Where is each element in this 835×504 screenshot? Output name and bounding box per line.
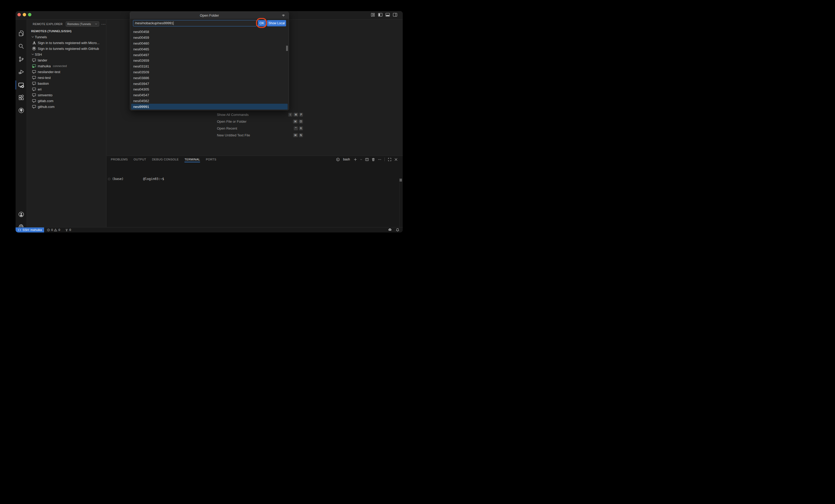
remote-tree: Tunnels Sign in to tunnels registered wi… [27,34,106,109]
tree-item-gitlab[interactable]: gitlab.com [27,98,106,104]
extensions-icon[interactable] [16,92,27,103]
n-key: N [299,133,303,137]
folder-list-item[interactable]: nesi00460 [130,41,289,46]
annotation-circle [256,18,267,28]
folder-list-item[interactable]: nesi00459 [130,35,289,41]
warning-icon [54,228,57,232]
tree-group-ssh[interactable]: SSH [27,52,106,57]
remote-icon [18,228,21,232]
panel-tabs: PROBLEMS OUTPUT DEBUG CONSOLE TERMINAL P… [111,156,217,163]
eye-icon[interactable] [281,13,286,17]
azure-icon [32,41,36,45]
sidebar-header: REMOTE EXPLORER Remotes (Tunnels ··· [27,21,106,27]
tree-item-lander[interactable]: lander [27,57,106,63]
folder-list-item[interactable]: nesi03181 [130,64,289,69]
notifications-bell-icon[interactable] [395,228,400,232]
folder-list-item[interactable]: nesi00497 [130,52,289,58]
keyboard-shortcuts-watermark: Show All Commands ⇧⌘P Open File or Folde… [217,113,303,140]
run-and-debug-icon[interactable] [16,66,27,77]
copilot-icon[interactable] [388,228,392,232]
status-bar: SSH: mahuika 0 0 0 [16,227,403,233]
accounts-icon[interactable] [16,209,27,220]
folder-list-item[interactable]: nesi03886 [130,75,289,81]
remote-indicator[interactable]: SSH: mahuika [16,227,44,233]
folder-list-item[interactable]: nesi04547 [130,92,289,98]
command-decoration-icon [108,178,110,180]
vm-icon [32,81,36,85]
tree-item-signin-microsoft[interactable]: Sign in to tunnels registered with Micro… [27,40,106,46]
github-icon [32,46,36,51]
dialog-scrollbar-thumb[interactable] [286,46,288,51]
minimize-window-button[interactable] [23,13,26,16]
tab-problems[interactable]: PROBLEMS [111,156,128,163]
remote-explorer-icon[interactable] [16,80,27,90]
terminal-scrollbar[interactable] [399,178,403,227]
shell-label: bash [343,158,350,161]
tree-item-nesilander-test[interactable]: nesilander-test [27,69,106,75]
watermark-row: Open Recent ^R [217,126,303,130]
folder-list-item[interactable]: nesi04562 [130,98,289,104]
connected-badge: connected [53,64,67,67]
problems-status[interactable]: 0 0 0 [47,228,71,232]
kill-terminal-trash-icon[interactable] [371,158,375,161]
folder-list-item[interactable]: nesi04305 [130,86,289,92]
customize-layout-icon[interactable] [370,13,375,17]
tree-item-nesi-test[interactable]: nesi-test [27,75,106,80]
chevron-down-icon [30,35,35,39]
ports-count: 0 [69,228,71,231]
tree-group-tunnels[interactable]: Tunnels [27,34,106,40]
scrollbar-thumb[interactable] [400,179,402,182]
tree-item-github[interactable]: github.com [27,104,106,109]
split-terminal-icon[interactable] [365,158,369,161]
r-key: R [299,126,303,130]
bottom-panel: PROBLEMS OUTPUT DEBUG CONSOLE TERMINAL P… [107,156,403,227]
cmd-key: ⌘ [293,120,298,123]
close-panel-icon[interactable] [394,158,398,161]
github-icon[interactable] [16,105,27,116]
tab-terminal[interactable]: TERMINAL [184,156,200,163]
folder-path-input[interactable]: /nesi/nobackup/nesi99991 [133,20,257,26]
folder-list-item[interactable]: nesi00465 [130,46,289,52]
folder-list-item[interactable]: nesi00458 [130,29,289,35]
toggle-secondary-sidebar-icon[interactable] [393,13,398,17]
dialog-title: Open Folder [200,14,219,17]
close-window-button[interactable] [17,13,21,16]
tree-item-signin-github[interactable]: Sign in to tunnels registered with GitHu… [27,46,106,52]
source-control-icon[interactable] [16,54,27,64]
folder-list-item[interactable]: nesi03509 [130,69,289,75]
search-icon[interactable] [16,41,27,52]
zoom-window-button[interactable] [28,13,32,16]
toggle-primary-sidebar-icon[interactable] [378,13,383,17]
folder-list-item-selected[interactable]: nesi99991 [131,104,288,109]
folder-list-item[interactable]: nesi03947 [130,81,289,86]
watermark-row: Show All Commands ⇧⌘P [217,113,303,117]
show-local-button[interactable]: Show Local [267,20,286,26]
chevron-down-icon[interactable] [360,158,363,161]
tree-item-bastion[interactable]: bastion [27,80,106,86]
chevron-down-icon [95,22,98,26]
terminal-content[interactable]: (base) @login03:~$ [108,177,164,181]
vm-icon [32,99,36,103]
remote-view-dropdown[interactable]: Remotes (Tunnels [66,21,99,27]
error-icon [47,228,50,232]
sidebar-remote-explorer: REMOTE EXPLORER Remotes (Tunnels ··· REM… [27,20,106,227]
tab-ports[interactable]: PORTS [206,156,217,163]
bash-shell-icon: $ [336,158,340,161]
tree-item-eri[interactable]: eri [27,86,106,92]
explorer-icon[interactable] [16,28,27,39]
tab-debug-console[interactable]: DEBUG CONSOLE [152,156,179,163]
toggle-panel-icon[interactable] [385,13,390,17]
section-title: REMOTES (TUNNELS/SSH) [31,29,72,33]
cmd-key: ⌘ [293,113,298,117]
new-terminal-icon[interactable] [353,158,357,161]
watermark-row: Open File or Folder ⌘O [217,119,303,123]
tab-output[interactable]: OUTPUT [134,156,146,163]
more-actions-icon[interactable] [378,158,382,161]
vm-icon [32,87,36,91]
ports-forwarded-icon [65,228,68,232]
tree-item-mahuika[interactable]: mahuika connected [27,63,106,69]
folder-list-item[interactable]: nesi02659 [130,58,289,64]
maximize-panel-icon[interactable] [388,158,392,161]
more-actions-icon[interactable]: ··· [101,22,106,26]
tree-item-simvemto[interactable]: simvemto [27,92,106,98]
